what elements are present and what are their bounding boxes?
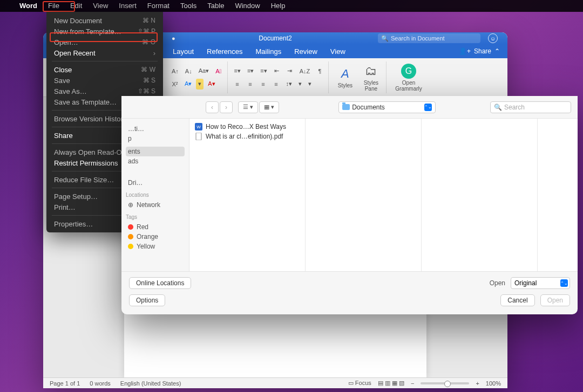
align-right-button[interactable]: ≡ — [258, 79, 269, 90]
menu-item[interactable]: New Document⌘ N — [46, 15, 163, 26]
align-center-button[interactable]: ≡ — [245, 79, 256, 90]
view-columns-button[interactable]: ☰ ▾ — [238, 101, 258, 113]
preview-pane — [538, 119, 578, 271]
sidebar-item[interactable]: p — [126, 134, 185, 143]
document-search[interactable]: 🔍 Search in Document — [378, 33, 480, 43]
auto-save-toggle[interactable]: ● — [172, 35, 175, 42]
file-item[interactable]: WHow to Reco…X Best Ways — [192, 122, 303, 132]
shrink-font-button[interactable]: A↓ — [183, 66, 194, 77]
multilevel-button[interactable]: ≡▾ — [258, 66, 269, 77]
zoom-level[interactable]: 100% — [486, 380, 501, 387]
focus-mode-button[interactable]: ▭ Focus — [348, 380, 371, 387]
file-item[interactable]: What is ar cl…efinition).pdf — [192, 132, 303, 141]
chevron-updown-icon: ⌃⌄ — [424, 104, 432, 111]
menu-item[interactable]: Open Recent› — [46, 47, 163, 58]
styles-pane-button[interactable]: 🗂 Styles Pane — [359, 61, 383, 93]
sidebar-item[interactable]: ads — [126, 156, 185, 166]
dialog-sidebar: …ti… p ents ads Dri… Locations ⊕Network … — [121, 119, 189, 271]
sort-button[interactable]: A↓Z — [297, 66, 313, 77]
menu-item[interactable]: Close⌘ W — [46, 64, 163, 75]
locations-header: Locations — [126, 192, 185, 198]
zoom-in-button[interactable]: + — [476, 380, 479, 387]
open-mode-label: Open — [490, 279, 505, 287]
file-column-empty — [306, 119, 422, 271]
search-icon: 🔍 — [494, 104, 502, 111]
show-marks-button[interactable]: ¶ — [314, 66, 325, 77]
tab-references[interactable]: References — [207, 47, 242, 56]
tag-item[interactable]: Yellow — [126, 242, 185, 251]
share-icon: 👤+ — [459, 47, 471, 55]
align-left-button[interactable]: ≡ — [232, 79, 243, 90]
change-case-button[interactable]: Aa▾ — [196, 66, 211, 77]
zoom-slider[interactable] — [421, 382, 469, 384]
menu-file[interactable]: File — [43, 0, 65, 12]
tab-view[interactable]: View — [330, 47, 345, 56]
status-bar: Page 1 of 1 0 words English (United Stat… — [43, 377, 507, 388]
share-button[interactable]: 👤+ Share ⌃ — [459, 47, 500, 55]
line-spacing-button[interactable]: ↕▾ — [284, 79, 295, 90]
menu-item[interactable]: New from Template…⇧⌘ P — [46, 26, 163, 37]
outdent-button[interactable]: ⇤ — [272, 66, 282, 77]
menu-edit[interactable]: Edit — [65, 0, 87, 12]
menu-window[interactable]: Window — [229, 0, 265, 12]
open-button[interactable]: Open — [540, 294, 570, 306]
menu-item[interactable]: Save⌘ S — [46, 75, 163, 86]
superscript-button[interactable]: X² — [170, 79, 180, 90]
bullets-button[interactable]: ≡▾ — [232, 66, 243, 77]
tab-review[interactable]: Review — [294, 47, 317, 56]
file-browser: WHow to Reco…X Best WaysWhat is ar cl…ef… — [189, 119, 578, 271]
menu-tools[interactable]: Tools — [175, 0, 202, 12]
location-dropdown[interactable]: Documents ⌃⌄ — [338, 101, 436, 113]
tab-mailings[interactable]: Mailings — [256, 47, 282, 56]
tag-item[interactable]: Red — [126, 222, 185, 232]
language-status[interactable]: English (United States) — [120, 380, 181, 387]
highlight-button[interactable]: ▾ — [196, 79, 204, 90]
forward-button[interactable]: › — [220, 101, 233, 113]
indent-button[interactable]: ⇥ — [284, 66, 295, 77]
font-color-button[interactable]: A▾ — [206, 79, 217, 90]
options-button[interactable]: Options — [129, 294, 165, 306]
grammarly-button[interactable]: G Open Grammarly — [391, 64, 426, 92]
tag-dot-icon — [128, 234, 133, 239]
dialog-search[interactable]: 🔍 Search — [490, 101, 571, 113]
open-dialog-toolbar: ‹ › ☰ ▾ ▦ ▾ Documents ⌃⌄ 🔍 Search — [121, 96, 578, 119]
app-name[interactable]: Word — [14, 0, 43, 12]
online-locations-button[interactable]: Online Locations — [129, 277, 191, 289]
menu-help[interactable]: Help — [266, 0, 291, 12]
sidebar-item[interactable]: Dri… — [126, 178, 185, 188]
word-count[interactable]: 0 words — [90, 380, 111, 387]
justify-button[interactable]: ≡ — [271, 79, 282, 90]
menu-view[interactable]: View — [87, 0, 113, 12]
sidebar-item-documents[interactable]: ents — [126, 147, 185, 156]
back-button[interactable]: ‹ — [206, 101, 219, 113]
open-mode-select[interactable]: Original ⌃⌄ — [511, 277, 570, 289]
chevron-up-icon: ⌃ — [494, 47, 500, 55]
menu-format[interactable]: Format — [142, 0, 175, 12]
text-effects-button[interactable]: A▾ — [182, 79, 194, 90]
feedback-icon[interactable]: ☺ — [488, 33, 498, 43]
svg-text:W: W — [196, 125, 201, 129]
page-count[interactable]: Page 1 of 1 — [50, 380, 80, 387]
cancel-button[interactable]: Cancel — [500, 294, 534, 306]
menu-insert[interactable]: Insert — [113, 0, 142, 12]
globe-icon: ⊕ — [128, 201, 133, 209]
menu-item[interactable]: Save As…⇧⌘ S — [46, 86, 163, 97]
tags-header: Tags — [126, 214, 185, 220]
sidebar-network[interactable]: ⊕Network — [126, 200, 185, 210]
zoom-out-button[interactable]: − — [411, 380, 414, 387]
grow-font-button[interactable]: A↑ — [170, 66, 181, 77]
clear-format-button[interactable]: A⃠ — [213, 66, 223, 77]
numbering-button[interactable]: ≡▾ — [245, 66, 256, 77]
search-placeholder: Search in Document — [391, 35, 445, 42]
menu-table[interactable]: Table — [202, 0, 229, 12]
sidebar-item[interactable]: …ti… — [126, 124, 185, 134]
view-group-button[interactable]: ▦ ▾ — [259, 101, 279, 113]
borders-button[interactable]: ▾ — [306, 79, 314, 90]
docx-file-icon: W — [195, 123, 202, 130]
tab-layout[interactable]: Layout — [173, 47, 194, 56]
menu-item[interactable]: Open…⌘ O — [46, 37, 163, 47]
tag-item[interactable]: Orange — [126, 232, 185, 242]
view-buttons[interactable]: ▤ ▥ ▦ ▧ — [378, 380, 404, 387]
styles-gallery[interactable]: A Styles — [333, 61, 357, 93]
shading-button[interactable]: ▾ — [296, 79, 304, 90]
